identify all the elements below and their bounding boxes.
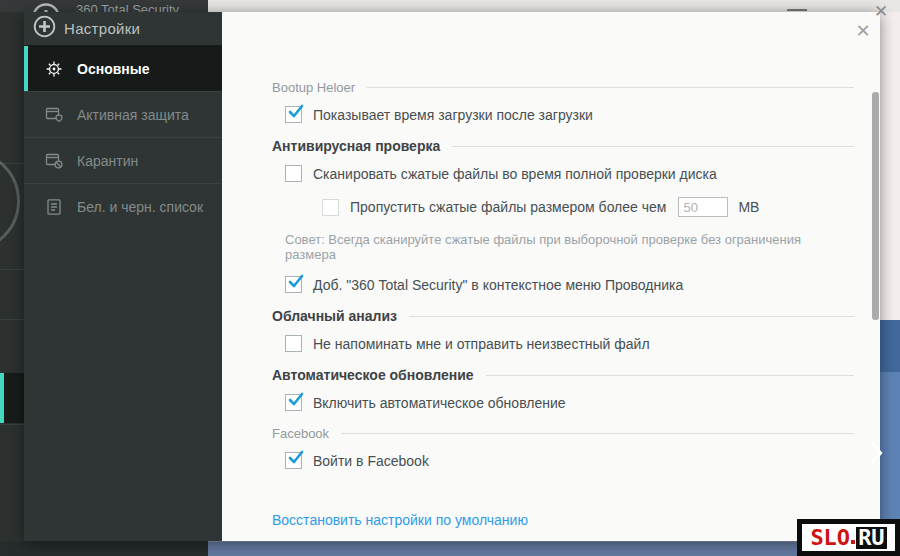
- gear-icon: [44, 59, 64, 79]
- checkbox-label: Сканировать сжатые файлы во время полной…: [313, 166, 717, 182]
- app-sidebar-accent-bar: [0, 373, 4, 423]
- checkmark-icon: [286, 273, 306, 295]
- dialog-close-icon[interactable]: ✕: [852, 20, 874, 42]
- checkbox-scan-compressed[interactable]: [285, 165, 302, 182]
- checkbox-label: Пропустить сжатые файлы размером более ч…: [350, 199, 666, 215]
- section-antivirus-scan: Антивирусная проверка Сканировать сжатые…: [272, 138, 854, 293]
- checkbox-label: Доб. "360 Total Security" в контекстное …: [313, 277, 683, 293]
- app-bottom-strip: [0, 541, 900, 556]
- sidebar-item-active-protection[interactable]: Активная защита: [24, 91, 222, 137]
- settings-menu: Основные Активная защита: [24, 45, 222, 229]
- screen: 360 Total Security ✕: [0, 0, 900, 556]
- settings-sidebar: Настройки Основные: [24, 12, 222, 541]
- checkbox-label: Не напоминать мне и отправить неизвестны…: [313, 336, 650, 352]
- checkbox-label: Показывает время загрузки после загрузки: [313, 107, 593, 123]
- window-shield-icon: [44, 105, 64, 125]
- section-title: Облачный анализ: [272, 308, 397, 324]
- checkbox-show-boot-time[interactable]: [285, 106, 302, 123]
- sidebar-item-general[interactable]: Основные: [24, 45, 222, 91]
- max-size-input[interactable]: [678, 197, 728, 217]
- settings-logo-icon: [32, 14, 57, 43]
- setting-row: Доб. "360 Total Security" в контекстное …: [285, 276, 854, 293]
- minimize-icon[interactable]: [787, 9, 807, 11]
- watermark-part1: SLO: [810, 527, 850, 549]
- checkbox-skip-large-files[interactable]: [322, 199, 339, 216]
- settings-scroll-area[interactable]: Bootup Heloer Показывает время загрузки …: [222, 12, 880, 498]
- sidebar-item-label: Бел. и черн. список: [77, 199, 203, 215]
- setting-row-skip-large: Пропустить сжатые файлы размером более ч…: [322, 197, 854, 217]
- scrollbar-thumb[interactable]: [872, 92, 879, 320]
- section-facebook: Facebook Войти в Facebook: [272, 426, 854, 469]
- checkbox-auto-update[interactable]: [285, 394, 302, 411]
- watermark-dot: [851, 540, 855, 544]
- window-close-icon[interactable]: ✕: [874, 1, 888, 23]
- sidebar-item-label: Активная защита: [77, 107, 189, 123]
- checkbox-label: Включить автоматическое обновление: [313, 395, 566, 411]
- setting-row: Показывает время загрузки после загрузки: [285, 106, 854, 123]
- section-title: Facebook: [272, 426, 329, 441]
- checkbox-context-menu[interactable]: [285, 276, 302, 293]
- section-auto-update: Автоматическое обновление Включить автом…: [272, 367, 854, 411]
- settings-dialog: Настройки Основные: [24, 12, 880, 541]
- sidebar-item-quarantine[interactable]: Карантин: [24, 137, 222, 183]
- section-title: Автоматическое обновление: [272, 367, 474, 383]
- checkbox-label: Войти в Facebook: [313, 453, 429, 469]
- setting-row: Не напоминать мне и отправить неизвестны…: [285, 335, 854, 352]
- carousel-next-icon[interactable]: [868, 440, 884, 470]
- checkmark-icon: [286, 391, 306, 413]
- sidebar-item-whitelist-blacklist[interactable]: Бел. и черн. список: [24, 183, 222, 229]
- checkbox-send-unknown-file[interactable]: [285, 335, 302, 352]
- sidebar-item-label: Карантин: [77, 153, 138, 169]
- sidebar-item-label: Основные: [77, 61, 150, 77]
- section-title: Антивирусная проверка: [272, 138, 440, 154]
- scan-tip-text: Совет: Всегда сканируйте сжатые файлы пр…: [285, 232, 854, 262]
- checkmark-icon: [286, 449, 306, 471]
- watermark-part2: RU: [856, 527, 887, 549]
- checkmark-icon: [286, 103, 306, 125]
- document-list-icon: [44, 197, 64, 217]
- section-cloud-analysis: Облачный анализ Не напоминать мне и отпр…: [272, 308, 854, 352]
- app-hero-circle: [0, 150, 20, 252]
- settings-header: Настройки: [24, 12, 222, 45]
- setting-row: Сканировать сжатые файлы во время полной…: [285, 165, 854, 182]
- watermark-logo: SLO RU: [797, 519, 900, 556]
- setting-row: Включить автоматическое обновление: [285, 394, 854, 411]
- window-blocked-icon: [44, 151, 64, 171]
- checkbox-facebook-login[interactable]: [285, 452, 302, 469]
- setting-row: Войти в Facebook: [285, 452, 854, 469]
- app-sidebar-edge: [0, 12, 24, 541]
- size-unit-label: MB: [738, 199, 759, 215]
- settings-content: ✕ Bootup Heloer Показывает время загрузк…: [222, 12, 880, 541]
- settings-title: Настройки: [64, 20, 140, 37]
- section-title: Bootup Heloer: [272, 80, 355, 95]
- section-bootup: Bootup Heloer Показывает время загрузки …: [272, 80, 854, 123]
- restore-defaults-link[interactable]: Восстановить настройки по умолчанию: [272, 512, 528, 528]
